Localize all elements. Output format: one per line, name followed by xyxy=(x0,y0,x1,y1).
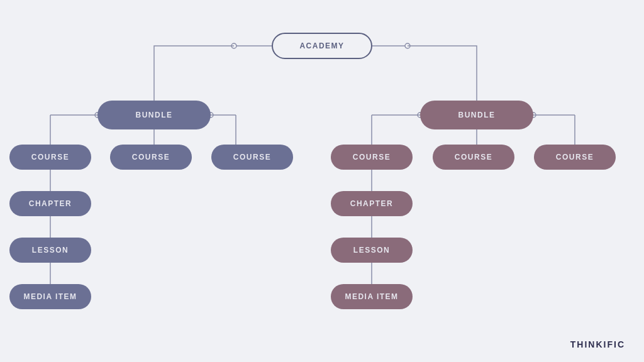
lesson-right-node: LESSON xyxy=(331,238,413,263)
course-left-3-node: COURSE xyxy=(211,145,293,170)
lesson-left-node: LESSON xyxy=(9,238,91,263)
bundle-left-node: BUNDLE xyxy=(97,101,211,129)
media-left-node: MEDIA ITEM xyxy=(9,284,91,309)
course-right-2-node: COURSE xyxy=(433,145,514,170)
connector-dot xyxy=(231,43,236,48)
connector-dot xyxy=(405,43,410,48)
diagram-canvas: ACADEMY BUNDLE BUNDLE COURSE COURSE COUR… xyxy=(0,0,644,362)
course-right-1-node: COURSE xyxy=(331,145,413,170)
course-left-2-node: COURSE xyxy=(110,145,192,170)
media-right-node: MEDIA ITEM xyxy=(331,284,413,309)
connector-path-left-bundle xyxy=(154,46,234,101)
course-right-3-node: COURSE xyxy=(534,145,616,170)
chapter-right-node: CHAPTER xyxy=(331,191,413,216)
bundle-right-node: BUNDLE xyxy=(420,101,533,129)
chapter-left-node: CHAPTER xyxy=(9,191,91,216)
connector-path-right-bundle xyxy=(408,46,477,101)
brand-label: THINKIFIC xyxy=(570,339,625,349)
course-left-1-node: COURSE xyxy=(9,145,91,170)
academy-node: ACADEMY xyxy=(272,33,372,59)
